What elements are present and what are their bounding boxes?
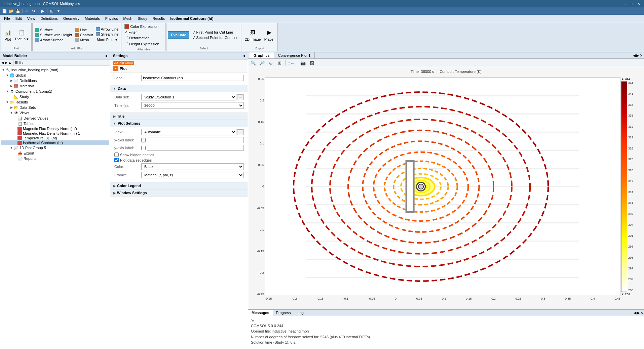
graphics-tab[interactable]: Graphics <box>250 52 274 58</box>
plot-svg[interactable]: 0.25 0.2 0.15 0.1 0.05 0 -0.05 -0.1 -0.1… <box>265 77 620 296</box>
tree-item-views[interactable]: ▼ 👁 Views <box>1 110 109 116</box>
mb-collapse-button[interactable]: ◀ <box>105 54 107 57</box>
sp-yaxis-input[interactable] <box>147 145 244 151</box>
graphics-tab-right-button[interactable]: ▶ <box>636 53 639 58</box>
sp-xaxis-checkbox[interactable] <box>141 138 146 142</box>
messages-close-button[interactable]: ✕ <box>640 311 643 315</box>
mb-list-button[interactable]: ☰ <box>15 61 18 64</box>
sp-color-select[interactable]: Black <box>141 163 244 170</box>
sp-frame-select[interactable]: Material (r, phi, z) <box>141 172 244 178</box>
sp-color-legend-header[interactable]: ▶ Color Legend <box>110 182 248 189</box>
sp-dataset-browse-button[interactable]: ⋯ <box>237 94 244 100</box>
more-button[interactable]: ▾ <box>55 8 62 14</box>
sp-plot-settings-header[interactable]: ▼ Plot Settings <box>110 120 248 127</box>
graphics-tab-left-button[interactable]: ◀ <box>633 53 636 58</box>
sp-window-settings-header[interactable]: ▶ Window Settings <box>110 189 248 196</box>
sp-dataset-select[interactable]: Study 1/Solution 1 <box>141 94 236 100</box>
tree-item-mf1[interactable]: Magnetic Flux Density Norm (mf) <box>1 126 109 131</box>
mb-forward-button[interactable]: ▶ <box>5 60 7 65</box>
toggle-definitions[interactable]: ▶ <box>9 79 13 82</box>
filter-button[interactable]: ⊿ Filter <box>123 30 160 35</box>
menu-materials[interactable]: Materials <box>82 16 103 21</box>
graphics-tab-close-button[interactable]: ✕ <box>640 53 643 58</box>
messages-left-button[interactable]: ◀ <box>634 311 636 315</box>
tree-item-tables[interactable]: 📋 Tables <box>1 121 109 126</box>
tree-item-root[interactable]: ▼ 🔧 inductive_heating.mph (root) <box>1 67 109 73</box>
sp-time-select[interactable]: 36000 <box>141 102 244 109</box>
tree-item-study1[interactable]: 📐 Study 1 <box>1 94 109 99</box>
tree-item-component1[interactable]: ▼ ⚙ Component 1 (comp1) <box>1 89 109 94</box>
tree-item-global[interactable]: ▼ 🌐 Global <box>1 73 109 78</box>
mesh-button[interactable]: Mesh <box>74 38 94 42</box>
mb-sort-button[interactable]: ↕ <box>22 61 24 64</box>
sp-label-input[interactable] <box>141 75 244 81</box>
player-button[interactable]: ▶ Player <box>263 28 276 42</box>
zoom-in-button[interactable]: 🔍 <box>250 59 257 66</box>
toggle-views[interactable]: ▼ <box>9 111 13 115</box>
menu-mesh[interactable]: Mesh <box>121 16 135 21</box>
zoom-fit-button[interactable]: ⊕ <box>267 59 274 66</box>
main-plot-area[interactable]: 0.25 0.2 0.15 0.1 0.05 0 -0.05 -0.1 -0.1… <box>265 77 620 296</box>
tree-item-export[interactable]: 📤 Export <box>1 150 109 156</box>
menu-physics[interactable]: Physics <box>103 16 121 21</box>
tree-item-datasets[interactable]: ▶ 📂 Data Sets <box>1 105 109 110</box>
tree-item-mf2[interactable]: Magnetic Flux Density Norm (mf) 1 <box>1 131 109 136</box>
sp-plot-edges-checkbox[interactable] <box>114 158 119 162</box>
menu-study[interactable]: Study <box>135 16 150 21</box>
run-button[interactable]: ▶ <box>40 8 46 14</box>
height-expression-button[interactable]: ⌒ Height Expression <box>123 41 160 47</box>
zoom-box-button[interactable]: ⊞ <box>276 59 283 66</box>
tree-item-temp3d[interactable]: Temperature, 3D (ht) <box>1 136 109 140</box>
sp-title-header[interactable]: ▶ Title <box>110 113 248 120</box>
evaluate-button[interactable]: Evaluate <box>168 31 189 39</box>
streamline-button[interactable]: Streamline <box>95 32 120 37</box>
undo-button[interactable]: ↩ <box>24 8 30 14</box>
plot-in-button[interactable]: 📋 Plot In ▾ <box>14 28 30 42</box>
line-button[interactable]: Line <box>74 28 94 32</box>
convergence-plot-tab[interactable]: Convergence Plot 1 <box>274 52 315 58</box>
arrow-line-button[interactable]: Arrow Line <box>95 27 120 32</box>
tree-item-reports[interactable]: 📄 Reports <box>1 156 109 161</box>
save-button[interactable]: 💾 <box>15 8 21 14</box>
maximize-button[interactable]: □ <box>629 1 635 6</box>
contour-button[interactable]: Contour <box>74 33 94 37</box>
camera-button[interactable]: 📷 <box>299 59 307 66</box>
zoom-out-button[interactable]: 🔎 <box>258 59 266 66</box>
toggle-component1[interactable]: ▼ <box>5 90 9 93</box>
screenshot-button[interactable]: 🖼 <box>308 59 315 66</box>
plot-button[interactable]: 📊 Plot <box>2 28 13 42</box>
sp-view-select[interactable]: Automatic <box>141 129 236 135</box>
tree-item-definitions[interactable]: ▶ 📄 Definitions <box>1 78 109 83</box>
first-point-button[interactable]: ╱ First Point for Cut Line <box>192 30 239 35</box>
redo-button[interactable]: ↪ <box>31 8 37 14</box>
sp-collapse-button[interactable]: ◀ <box>243 54 245 57</box>
menu-geometry[interactable]: Geometry <box>61 16 82 21</box>
more-plots-button[interactable]: More Plots ▾ <box>95 37 120 43</box>
menu-definitions[interactable]: Definitions <box>38 16 60 21</box>
messages-right-button[interactable]: ▶ <box>637 311 640 315</box>
log-tab[interactable]: Log <box>294 310 307 316</box>
toggle-1dplotgroup5[interactable]: ▼ <box>9 146 13 149</box>
messages-tab[interactable]: Messages <box>248 310 273 316</box>
sp-yaxis-checkbox[interactable] <box>141 146 146 150</box>
tree-item-results[interactable]: ▼ 📁 Results <box>1 99 109 105</box>
arrow-surface-button[interactable]: Arrow Surface <box>34 38 73 42</box>
new-button[interactable]: 📄 <box>1 8 7 14</box>
minimize-button[interactable]: — <box>622 1 628 6</box>
sp-view-browse-button[interactable]: ⋯ <box>237 129 244 135</box>
second-point-button[interactable]: ╱ Second Point for Cut Line <box>192 35 239 40</box>
surface-button[interactable]: Surface <box>34 28 73 32</box>
color-expression-button[interactable]: Color Expression <box>123 24 160 29</box>
menu-view[interactable]: View <box>25 16 38 21</box>
sp-show-hidden-checkbox[interactable] <box>114 152 119 157</box>
menu-isothermal[interactable]: Isothermal Contours (ht) <box>167 16 216 21</box>
surface-height-button[interactable]: Surface with Height <box>34 33 73 37</box>
tree-item-materials[interactable]: ▶ 🧱 Materials <box>1 83 109 89</box>
deformation-button[interactable]: ⌒ Deformation <box>123 35 160 41</box>
menu-file[interactable]: File <box>1 16 13 21</box>
close-button[interactable]: ✕ <box>636 1 641 6</box>
sp-xaxis-input[interactable] <box>147 137 244 143</box>
mb-up-button[interactable]: ▲ <box>8 60 12 64</box>
open-button[interactable]: 📂 <box>8 8 14 14</box>
pan-button[interactable]: ↕↔ <box>288 59 295 66</box>
